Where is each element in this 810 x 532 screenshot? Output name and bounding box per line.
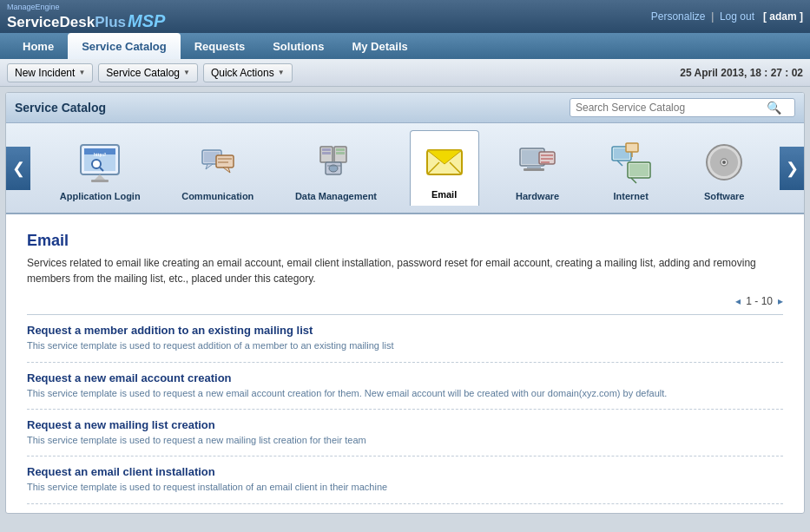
svg-rect-17 (322, 152, 331, 154)
actions-left: New Incident ▼ Service Catalog ▼ Quick A… (7, 63, 293, 82)
new-incident-label: New Incident (15, 67, 75, 79)
next-page-button[interactable]: ▸ (778, 295, 783, 307)
category-app-login[interactable]: http:// Application Login (51, 133, 149, 206)
hardware-label: Hardware (516, 190, 559, 202)
nav-service-catalog[interactable]: Service Catalog (68, 33, 181, 59)
logo: ManageEngine ServiceDeskPlus MSP (7, 3, 165, 31)
email-section: Email Services related to email like cre… (6, 214, 804, 513)
new-incident-arrow: ▼ (78, 69, 85, 76)
main-content: Service Catalog 🔍 ❮ http:// (5, 92, 805, 514)
actions-bar: New Incident ▼ Service Catalog ▼ Quick A… (0, 59, 810, 87)
logo-msp: MSP (128, 11, 165, 31)
service-catalog-label: Service Catalog (106, 67, 180, 79)
content-header: Service Catalog 🔍 (6, 93, 804, 123)
svg-rect-5 (91, 180, 109, 182)
service-item-title: Request a new email account creation (27, 371, 783, 384)
data-management-icon (312, 138, 360, 187)
logo-manage-engine: ManageEngine (7, 3, 165, 11)
svg-rect-42 (626, 143, 638, 152)
pagination: ◂ 1 - 10 ▸ (27, 295, 783, 307)
nav-home[interactable]: Home (9, 33, 68, 59)
service-item-desc: This service template is used to request… (27, 339, 783, 352)
nav-requests[interactable]: Requests (181, 33, 260, 59)
new-incident-button[interactable]: New Incident ▼ (7, 63, 93, 82)
search-box-wrap: 🔍 (570, 98, 795, 117)
service-list: Request a member addition to an existing… (27, 314, 783, 504)
datetime: 25 April 2013, 18 : 27 : 02 (680, 67, 803, 79)
service-item-desc: This service template is used to request… (27, 434, 783, 447)
nav-solutions[interactable]: Solutions (259, 33, 338, 59)
service-item-title: Request an email client installation (27, 465, 783, 478)
user-label: [ adam ] (763, 10, 803, 23)
service-item-title: Request a member addition to an existing… (27, 324, 783, 337)
category-strip: ❮ http:// Application Login (6, 123, 804, 214)
email-section-description: Services related to email like creating … (27, 255, 783, 286)
service-item[interactable]: Request an email client installation Thi… (27, 456, 783, 503)
category-software[interactable]: Software (689, 133, 759, 206)
logo-sdp: ServiceDeskPlus (7, 14, 126, 31)
svg-rect-40 (629, 164, 649, 176)
quick-actions-label: Quick Actions (211, 67, 274, 79)
personalize-link[interactable]: Personalize (651, 10, 706, 23)
svg-point-6 (92, 160, 101, 168)
hardware-icon (513, 138, 562, 187)
search-input[interactable] (576, 102, 767, 114)
quick-actions-arrow: ▼ (278, 69, 285, 76)
app-login-icon: http:// (76, 138, 124, 187)
svg-marker-14 (223, 167, 230, 173)
content-title: Service Catalog (15, 101, 106, 115)
svg-rect-11 (216, 155, 234, 167)
service-item[interactable]: Request a new mailing list creation This… (27, 410, 783, 456)
prev-page-button[interactable]: ◂ (735, 295, 741, 307)
nav-my-details[interactable]: My Details (338, 33, 421, 59)
service-item[interactable]: Request a member addition to an existing… (27, 315, 783, 362)
software-icon (700, 138, 748, 187)
service-item-desc: This service template is used to request… (27, 387, 783, 400)
next-category-button[interactable]: ❯ (780, 147, 804, 190)
page-range: 1 - 10 (746, 295, 773, 307)
category-email[interactable]: Email (410, 130, 479, 206)
svg-rect-31 (524, 168, 544, 171)
email-section-title: Email (27, 232, 783, 250)
quick-actions-button[interactable]: Quick Actions ▼ (203, 63, 293, 82)
svg-rect-30 (527, 166, 541, 168)
service-catalog-button[interactable]: Service Catalog ▼ (98, 63, 198, 82)
category-hardware[interactable]: Hardware (503, 133, 572, 206)
categories-wrap: http:// Application Login (30, 130, 780, 206)
svg-text:http://: http:// (94, 152, 106, 157)
top-bar: ManageEngine ServiceDeskPlus MSP Persona… (0, 0, 810, 33)
internet-label: Internet (613, 190, 648, 202)
service-item-title: Request a new mailing list creation (27, 418, 783, 431)
svg-rect-20 (336, 152, 345, 154)
category-internet[interactable]: Internet (596, 133, 666, 206)
internet-icon (607, 138, 655, 187)
svg-point-47 (722, 161, 726, 164)
svg-marker-10 (206, 164, 213, 169)
category-data-management[interactable]: Data Management (286, 133, 385, 206)
communication-label: Communication (181, 190, 254, 202)
prev-category-button[interactable]: ❮ (6, 147, 30, 190)
svg-rect-19 (336, 148, 345, 151)
nav-bar: Home Service Catalog Requests Solutions … (0, 33, 810, 59)
app-login-label: Application Login (60, 190, 141, 202)
communication-icon (194, 138, 242, 187)
svg-line-41 (631, 178, 636, 183)
top-links: Personalize | Log out [ adam ] (651, 10, 803, 23)
svg-line-38 (617, 161, 622, 166)
service-item-desc: This service template is used to request… (27, 481, 783, 494)
search-icon[interactable]: 🔍 (767, 101, 781, 115)
category-communication[interactable]: Communication (173, 133, 262, 206)
service-item[interactable]: Request a new email account creation Thi… (27, 363, 783, 410)
data-management-label: Data Management (295, 190, 377, 202)
email-label: Email (431, 188, 457, 200)
email-icon (420, 136, 469, 185)
logo-area: ManageEngine ServiceDeskPlus MSP (7, 3, 165, 31)
software-label: Software (704, 190, 744, 202)
svg-rect-16 (322, 148, 331, 151)
service-catalog-arrow: ▼ (183, 69, 190, 76)
logout-link[interactable]: Log out (720, 10, 754, 23)
